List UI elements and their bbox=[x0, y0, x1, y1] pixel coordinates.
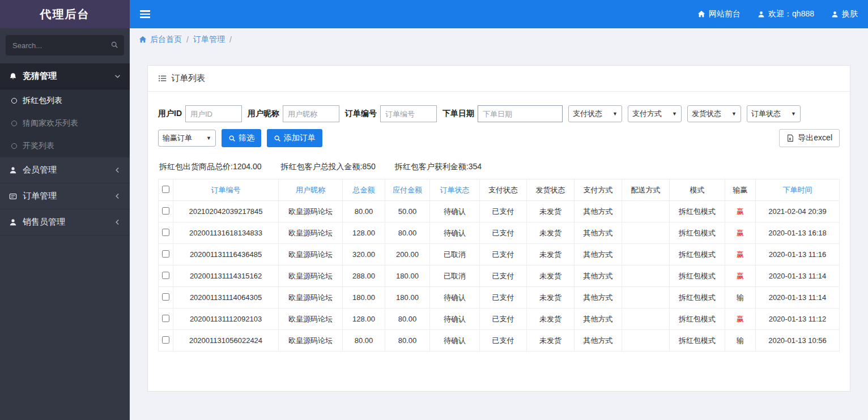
column-header-order-status[interactable]: 订单状态 bbox=[430, 179, 480, 201]
cell-order-status: 待确认 bbox=[430, 287, 480, 308]
cell-pay-status: 已支付 bbox=[480, 330, 527, 352]
sidebar-item-member-management[interactable]: 会员管理 bbox=[0, 157, 130, 183]
stat-total-profit: 拆红包客户获利金额:354 bbox=[395, 162, 482, 172]
cell-nickname: 欧皇源码论坛 bbox=[279, 330, 343, 352]
topbar-right: 网站前台 欢迎：qh888 换肤 bbox=[697, 9, 858, 19]
row-checkbox[interactable] bbox=[162, 250, 169, 258]
select-value: 订单状态 bbox=[751, 109, 781, 119]
column-header-nickname[interactable]: 用户昵称 bbox=[279, 179, 343, 201]
sidebar-item-red-packet-list[interactable]: 拆红包列表 bbox=[0, 89, 130, 112]
table-row: 202001131114064305欧皇源码论坛180.00180.00待确认已… bbox=[159, 287, 840, 308]
table-row: 202001131618134833欧皇源码论坛128.0080.00待确认已支… bbox=[159, 222, 840, 244]
pay-status-select[interactable]: 支付状态 ▼ bbox=[568, 105, 622, 122]
filter-order-date: 下单日期 bbox=[442, 105, 563, 122]
user-icon bbox=[9, 166, 17, 174]
column-header-ship-status: 发货状态 bbox=[527, 179, 575, 201]
cell-delivery bbox=[622, 330, 670, 352]
cell-pay-method: 其他方式 bbox=[575, 222, 622, 244]
change-skin-button[interactable]: 换肤 bbox=[831, 9, 858, 19]
cell-total: 80.00 bbox=[343, 201, 385, 222]
row-select-cell bbox=[159, 222, 173, 244]
cell-time: 2020-01-13 11:14 bbox=[756, 265, 840, 287]
cell-payable: 80.00 bbox=[385, 308, 430, 330]
sidebar-item-order-management[interactable]: 订单管理 bbox=[0, 183, 130, 209]
cell-pay-method: 其他方式 bbox=[575, 308, 622, 330]
row-checkbox[interactable] bbox=[162, 315, 169, 322]
sidebar-item-family-fun-list[interactable]: 猜阖家欢乐列表 bbox=[0, 112, 130, 135]
breadcrumb: 后台首页 / 订单管理 / bbox=[130, 28, 868, 51]
nickname-input[interactable] bbox=[283, 105, 339, 122]
site-front-label: 网站前台 bbox=[709, 9, 741, 19]
row-select-cell bbox=[159, 330, 173, 352]
order-table: 订单编号用户昵称总金额应付金额订单状态支付状态发货状态支付方式配送方式模式输赢下… bbox=[158, 179, 840, 352]
hamburger-icon[interactable] bbox=[140, 10, 150, 18]
cell-nickname: 欧皇源码论坛 bbox=[279, 287, 343, 308]
cell-pay-status: 已支付 bbox=[480, 244, 527, 265]
cell-payable: 180.00 bbox=[385, 265, 430, 287]
row-select-cell bbox=[159, 244, 173, 265]
home-icon bbox=[697, 10, 705, 18]
welcome-user[interactable]: 欢迎：qh888 bbox=[758, 9, 814, 19]
sidebar-item-sales-management[interactable]: 销售员管理 bbox=[0, 209, 130, 235]
table-row: 202001131112092103欧皇源码论坛128.0080.00待确认已支… bbox=[159, 308, 840, 330]
cell-order-status: 待确认 bbox=[430, 201, 480, 222]
home-icon bbox=[139, 36, 147, 44]
search-input[interactable] bbox=[6, 35, 124, 55]
sidebar-menu: 竞猜管理 拆红包列表 猜阖家欢乐列表 开奖列表 会员管理 bbox=[0, 63, 130, 235]
cell-total: 80.00 bbox=[343, 330, 385, 352]
add-order-button[interactable]: 添加订单 bbox=[267, 129, 322, 147]
breadcrumb-separator: / bbox=[229, 35, 232, 44]
menu-label: 订单管理 bbox=[23, 191, 109, 202]
caret-down-icon: ▼ bbox=[791, 111, 796, 117]
row-checkbox[interactable] bbox=[162, 229, 169, 236]
cell-ship-status: 未发货 bbox=[527, 201, 575, 222]
export-excel-label: 导出excel bbox=[798, 133, 832, 143]
sidebar-item-guess-management[interactable]: 竞猜管理 bbox=[0, 63, 130, 89]
order-date-input[interactable] bbox=[478, 105, 563, 122]
column-header-payable[interactable]: 应付金额 bbox=[385, 179, 430, 201]
cell-nickname: 欧皇源码论坛 bbox=[279, 222, 343, 244]
order-no-input[interactable] bbox=[380, 105, 437, 122]
column-header-order-no[interactable]: 订单编号 bbox=[173, 179, 279, 201]
cell-payable: 180.00 bbox=[385, 287, 430, 308]
win-lose-select[interactable]: 输赢订单 ▼ bbox=[158, 130, 216, 147]
user-id-label: 用户ID bbox=[158, 109, 182, 119]
cell-order-no: 202001131114315162 bbox=[173, 265, 279, 287]
cell-total: 128.00 bbox=[343, 308, 385, 330]
filter-row-1: 用户ID 用户昵称 订单编号 下单日期 支付状态 ▼ bbox=[158, 105, 840, 122]
order-status-select[interactable]: 订单状态 ▼ bbox=[747, 105, 801, 122]
cell-mode: 拆红包模式 bbox=[670, 222, 725, 244]
export-excel-button[interactable]: 导出excel bbox=[779, 129, 840, 147]
column-header-result: 输赢 bbox=[725, 179, 756, 201]
cell-result: 赢 bbox=[725, 222, 756, 244]
user-id-input[interactable] bbox=[185, 105, 242, 122]
row-checkbox[interactable] bbox=[162, 293, 169, 301]
cell-result: 赢 bbox=[725, 244, 756, 265]
search-icon[interactable] bbox=[110, 41, 118, 49]
filter-button[interactable]: 筛选 bbox=[222, 129, 261, 147]
cell-order-no: 202102042039217845 bbox=[173, 201, 279, 222]
ship-status-select[interactable]: 发货状态 ▼ bbox=[687, 105, 741, 122]
select-all-checkbox[interactable] bbox=[162, 186, 169, 193]
pay-method-select[interactable]: 支付方式 ▼ bbox=[628, 105, 682, 122]
sidebar-item-lottery-list[interactable]: 开奖列表 bbox=[0, 135, 130, 157]
chevron-down-icon bbox=[114, 73, 121, 79]
order-card-icon bbox=[9, 192, 17, 200]
cell-pay-status: 已支付 bbox=[480, 287, 527, 308]
cell-total: 128.00 bbox=[343, 222, 385, 244]
breadcrumb-current[interactable]: 订单管理 bbox=[193, 35, 225, 45]
column-header-total[interactable]: 总金额 bbox=[343, 179, 385, 201]
cell-order-no: 202001131056022424 bbox=[173, 330, 279, 352]
select-all-cell bbox=[159, 179, 173, 201]
cell-nickname: 欧皇源码论坛 bbox=[279, 244, 343, 265]
cell-payable: 80.00 bbox=[385, 330, 430, 352]
row-checkbox[interactable] bbox=[162, 207, 169, 215]
row-checkbox[interactable] bbox=[162, 336, 169, 344]
cell-time: 2020-01-13 11:16 bbox=[756, 244, 840, 265]
list-icon bbox=[158, 74, 167, 83]
column-header-time[interactable]: 下单时间 bbox=[756, 179, 840, 201]
site-front-link[interactable]: 网站前台 bbox=[697, 9, 741, 19]
row-checkbox[interactable] bbox=[162, 272, 169, 279]
caret-down-icon: ▼ bbox=[206, 135, 211, 141]
breadcrumb-home[interactable]: 后台首页 bbox=[139, 35, 182, 45]
